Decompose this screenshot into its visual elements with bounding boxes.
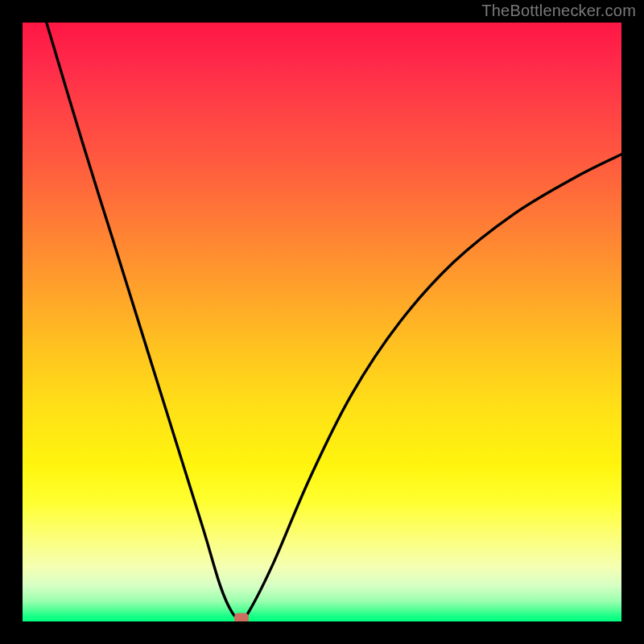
plot-area <box>23 23 621 621</box>
optimal-point-marker <box>234 613 249 621</box>
bottleneck-curve <box>23 23 621 621</box>
chart-frame: TheBottlenecker.com <box>0 0 644 644</box>
watermark-text: TheBottlenecker.com <box>481 2 636 20</box>
